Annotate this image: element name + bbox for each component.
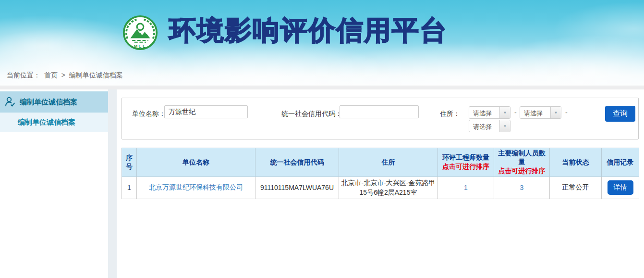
cell-credit-code: 91110115MA7LWUA76U [255, 177, 339, 199]
city-select-value: 请选择 [520, 107, 550, 118]
province-select-value: 请选择 [469, 107, 499, 118]
col-header-staff-count-sortable[interactable]: 主要编制人员数量 点击可进行排序 [494, 148, 550, 177]
svg-text:MEE: MEE [134, 44, 147, 49]
col-header-unit-name: 单位名称 [137, 148, 255, 177]
col-header-credit-record: 信用记录 [602, 148, 639, 177]
col-header-credit-code: 统一社会信用代码 [255, 148, 339, 177]
sidebar-item-unit-credit-archive[interactable]: 编制单位诚信档案 [0, 91, 108, 113]
sidebar-item-label: 编制单位诚信档案 [20, 98, 77, 107]
credit-code-input[interactable] [340, 105, 419, 118]
query-button[interactable]: 查询 [605, 106, 635, 122]
unit-name-link[interactable]: 北京万源世纪环保科技有限公司 [149, 183, 243, 191]
address-label: 住所： [440, 110, 460, 118]
unit-name-label: 单位名称： [132, 110, 166, 118]
district-select-value: 请选择 [469, 120, 499, 132]
person-check-icon [5, 97, 15, 107]
unit-name-input[interactable] [164, 105, 248, 118]
sidebar: 编制单位诚信档案 编制单位诚信档案 [0, 89, 108, 278]
breadcrumb-separator: > [61, 71, 65, 79]
breadcrumb-label: 当前位置： [7, 71, 40, 79]
table-row: 1 北京万源世纪环保科技有限公司 91110115MA7LWUA76U 北京市-… [122, 177, 639, 199]
chevron-down-icon[interactable]: ▼ [499, 120, 510, 132]
breadcrumb: 当前位置： 首页 > 编制单位诚信档案 [7, 71, 125, 80]
col-header-engineer-count-sortable[interactable]: 环评工程师数量 点击可进行排序 [438, 148, 494, 177]
page-title: 环境影响评价信用平台 [169, 13, 448, 49]
staff-count-link[interactable]: 3 [520, 184, 524, 191]
sidebar-subitem-unit-credit-archive[interactable]: 编制单位诚信档案 [0, 113, 108, 132]
site-banner: MEE 环境影响评价信用平台 当前位置： 首页 > 编制单位诚信档案 [0, 0, 644, 86]
city-select[interactable]: 请选择 ▼ [520, 106, 561, 119]
engineer-count-link[interactable]: 1 [464, 184, 468, 191]
col-header-address: 住所 [339, 148, 438, 177]
address-dash-2: - [565, 109, 568, 116]
results-table: 序号 单位名称 统一社会信用代码 住所 环评工程师数量 点击可进行排序 主要编制… [122, 148, 639, 199]
col-header-seq: 序号 [122, 148, 137, 177]
breadcrumb-home-link[interactable]: 首页 [44, 71, 58, 79]
address-dash-1: - [514, 109, 517, 116]
divider [0, 86, 644, 89]
credit-code-label: 统一社会信用代码： [281, 110, 342, 118]
sort-hint-staff[interactable]: 点击可进行排序 [495, 167, 548, 176]
chevron-down-icon[interactable]: ▼ [499, 107, 510, 118]
province-select[interactable]: 请选择 ▼ [469, 106, 510, 119]
col-header-engineer-count-label: 环评工程师数量 [442, 153, 489, 161]
cell-address: 北京市-北京市-大兴区-金苑路甲15号6幢2层A215室 [339, 177, 438, 199]
sort-hint-engineer[interactable]: 点击可进行排序 [439, 163, 493, 171]
sidebar-content-gap [108, 89, 117, 278]
chevron-down-icon[interactable]: ▼ [550, 107, 561, 118]
search-panel: 单位名称： 统一社会信用代码： 住所： 请选择 ▼ - 请选择 ▼ - 请选择 … [122, 98, 639, 139]
cell-status: 正常公开 [550, 177, 602, 199]
mee-logo-icon: MEE [122, 14, 158, 53]
col-header-staff-count-label: 主要编制人员数量 [498, 149, 546, 165]
main-content: 单位名称： 统一社会信用代码： 住所： 请选择 ▼ - 请选择 ▼ - 请选择 … [117, 89, 644, 278]
detail-button[interactable]: 详情 [608, 180, 633, 195]
table-header-row: 序号 单位名称 统一社会信用代码 住所 环评工程师数量 点击可进行排序 主要编制… [122, 148, 639, 177]
cell-seq: 1 [122, 177, 137, 199]
breadcrumb-current: 编制单位诚信档案 [69, 71, 123, 79]
district-select[interactable]: 请选择 ▼ [469, 120, 510, 132]
col-header-status: 当前状态 [550, 148, 602, 177]
sidebar-subitem-label: 编制单位诚信档案 [18, 118, 75, 127]
